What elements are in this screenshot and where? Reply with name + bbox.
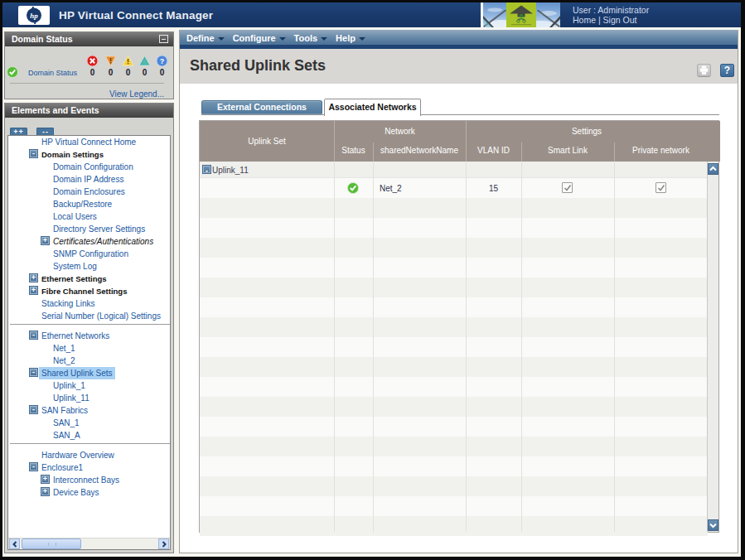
tree-item-domain-ip-address[interactable]: Domain IP Address: [53, 173, 123, 186]
help-icon[interactable]: ?: [720, 64, 734, 77]
smart-link-checkbox[interactable]: [562, 182, 573, 193]
collapse-row-icon[interactable]: -: [203, 166, 210, 173]
view-legend-link[interactable]: View Legend...: [109, 89, 164, 99]
expand-node-icon[interactable]: +: [41, 237, 49, 244]
menu-configure[interactable]: Configure: [233, 30, 286, 43]
tree-item-system-log[interactable]: System Log: [53, 260, 97, 273]
empty-table-row: [200, 317, 708, 337]
tree-item-device-bays[interactable]: Device Bays: [53, 486, 99, 499]
tree-item: -Shared Uplink Sets: [8, 367, 170, 379]
tree-item-backup-restore[interactable]: Backup/Restore: [53, 198, 112, 210]
tree-item-domain-settings[interactable]: Domain Settings: [41, 148, 104, 161]
tree-item-net-2[interactable]: Net_2: [53, 355, 75, 367]
tab-external-connections[interactable]: External Connections: [201, 100, 322, 114]
column-line: [373, 162, 374, 532]
header-separator: [614, 142, 615, 162]
window-body: hp HP Virtual Connect Manager: [2, 2, 741, 557]
vertical-scrollbar[interactable]: [707, 162, 718, 532]
uplink-set-row[interactable]: - Uplink_11: [200, 162, 708, 178]
user-info: User : Administrator Home | Sign Out: [573, 5, 649, 25]
tree-items: HP Virtual Connect Home-Domain SettingsD…: [8, 136, 170, 538]
tree-item-directory-server-settings[interactable]: Directory Server Settings: [53, 223, 145, 235]
menu-define[interactable]: Define: [186, 30, 225, 43]
expand-node-icon[interactable]: +: [41, 476, 49, 483]
col-header-uplink-set: Uplink Set: [200, 121, 334, 162]
tree-item-ethernet-settings[interactable]: Ethernet Settings: [41, 273, 107, 285]
tree-item: Domain Configuration: [8, 161, 170, 173]
tree-item: Uplink_11: [8, 392, 170, 404]
page-title: Shared Uplink Sets: [190, 57, 326, 75]
tree-item: +Certificates/Authentications: [8, 235, 170, 248]
scroll-down-icon[interactable]: [708, 519, 718, 531]
tree-item: HP Virtual Connect Home: [8, 136, 170, 148]
tree-item-hardware-overview[interactable]: Hardware Overview: [41, 449, 114, 461]
print-icon[interactable]: [697, 64, 711, 77]
collapse-node-icon[interactable]: -: [30, 369, 37, 376]
domain-status-link[interactable]: Domain Status: [28, 69, 77, 77]
tree-item-serial-number-logical-settings[interactable]: Serial Number (Logical) Settings: [41, 310, 161, 322]
tree-item: +Fibre Channel Settings: [8, 285, 170, 297]
tree-item: Net_2: [8, 355, 170, 367]
tree-item: Uplink_1: [8, 379, 170, 392]
empty-table-row: [200, 278, 708, 297]
navigation-tree: HP Virtual Connect Home-Domain SettingsD…: [7, 135, 171, 550]
tree-item-enclosure1[interactable]: Enclosure1: [41, 461, 83, 474]
tree-item-uplink-11[interactable]: Uplink_11: [53, 392, 89, 404]
tree-item-san-a[interactable]: SAN_A: [53, 429, 80, 442]
empty-table-row: [200, 238, 708, 258]
scroll-right-icon[interactable]: [158, 538, 169, 549]
tree-item-stacking-links[interactable]: Stacking Links: [41, 297, 94, 310]
menu-label: Help: [336, 33, 356, 43]
expand-node-icon[interactable]: +: [30, 274, 37, 282]
tree-item: Domain IP Address: [8, 173, 170, 186]
tree-item-snmp-configuration[interactable]: SNMP Configuration: [53, 248, 128, 260]
collapse-node-icon[interactable]: -: [30, 331, 37, 339]
tree-item: Local Users: [8, 210, 170, 223]
tree-item-fibre-channel-settings[interactable]: Fibre Channel Settings: [41, 285, 127, 297]
group-header-settings: Settings: [466, 121, 720, 141]
network-row[interactable]: Net_2 15: [200, 178, 708, 198]
tree-item-san-fabrics[interactable]: SAN Fabrics: [41, 404, 88, 417]
empty-table-row: [200, 437, 708, 456]
home-link[interactable]: Home: [573, 15, 596, 25]
scroll-left-icon[interactable]: [9, 538, 20, 549]
empty-table-row: [200, 337, 708, 357]
tree-item-ethernet-networks[interactable]: Ethernet Networks: [41, 330, 109, 342]
divider: [10, 83, 164, 84]
tab-associated-networks[interactable]: Associated Networks: [324, 99, 421, 116]
tree-item-san-1[interactable]: SAN_1: [53, 417, 80, 429]
expand-node-icon[interactable]: +: [30, 287, 37, 294]
header-separator: [334, 121, 335, 162]
tree-item: SNMP Configuration: [8, 248, 170, 260]
tree-item-net-1[interactable]: Net_1: [53, 342, 75, 355]
scroll-up-icon[interactable]: [708, 163, 718, 175]
collapse-node-icon[interactable]: -: [30, 406, 37, 413]
horizontal-scrollbar[interactable]: [8, 538, 170, 549]
signout-link[interactable]: Sign Out: [603, 15, 637, 25]
tree-item: +Interconnect Bays: [8, 474, 170, 486]
private-network-checkbox[interactable]: [656, 182, 666, 193]
tree-item-domain-configuration[interactable]: Domain Configuration: [53, 161, 133, 173]
collapse-node-icon[interactable]: -: [30, 150, 37, 157]
menu-tools[interactable]: Tools: [294, 30, 328, 43]
tree-item: Domain Enclosures: [8, 186, 170, 198]
tree-item-interconnect-bays[interactable]: Interconnect Bays: [53, 474, 119, 486]
empty-table-row: [200, 357, 708, 377]
tree-item-local-users[interactable]: Local Users: [53, 210, 97, 223]
domain-status-header: Domain Status: [5, 32, 173, 46]
tree-item-domain-enclosures[interactable]: Domain Enclosures: [53, 186, 125, 198]
shared-network-name: Net_2: [380, 184, 402, 193]
collapse-panel-icon[interactable]: [159, 35, 168, 43]
tree-item-hp-virtual-connect-home[interactable]: HP Virtual Connect Home: [41, 136, 136, 148]
tree-item: +Device Bays: [8, 486, 170, 499]
expand-node-icon[interactable]: +: [41, 488, 49, 495]
tree-item-uplink-1[interactable]: Uplink_1: [53, 379, 85, 392]
tree-item-certificates-authentications[interactable]: Certificates/Authentications: [53, 235, 153, 248]
tree-item-shared-uplink-sets[interactable]: Shared Uplink Sets: [39, 367, 115, 379]
collapse-node-icon[interactable]: -: [30, 463, 37, 471]
menu-help[interactable]: Help: [336, 30, 365, 43]
check-icon: [564, 184, 572, 192]
scrollbar-thumb[interactable]: [22, 538, 81, 549]
header-separator: [466, 121, 467, 162]
networks-table: Uplink Set Network Settings Status share…: [199, 120, 719, 533]
